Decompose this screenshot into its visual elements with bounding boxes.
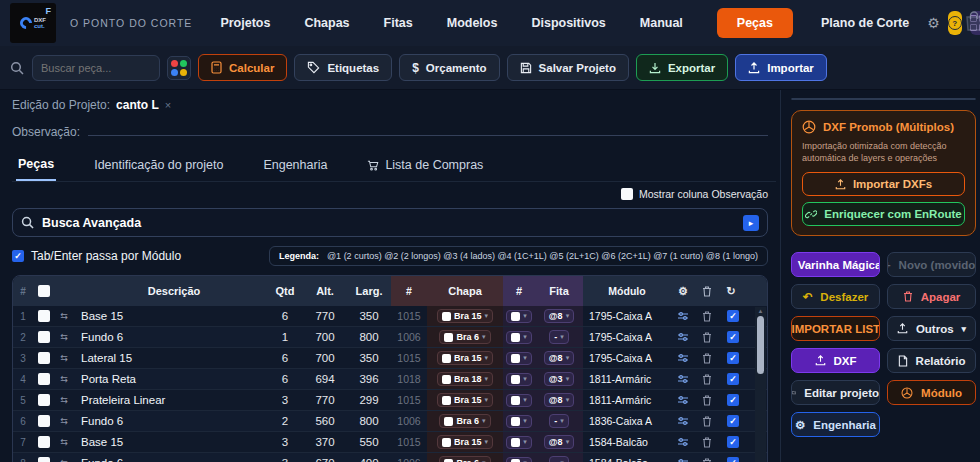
descricao-cell[interactable]: Lateral 15 xyxy=(73,348,267,368)
fita-select[interactable]: @3 ▾ xyxy=(544,372,574,386)
fita-color-select[interactable]: ▾ xyxy=(506,331,532,344)
chapa-select[interactable]: Bra 15 ▾ xyxy=(437,309,493,323)
header-qtd[interactable]: Qtd xyxy=(267,276,303,306)
fita-select[interactable]: @8 ▾ xyxy=(544,309,574,323)
edge-settings-icon[interactable] xyxy=(671,306,695,326)
row-trash-icon[interactable] xyxy=(695,306,719,326)
row-select-checkbox[interactable] xyxy=(38,436,50,448)
fita-color-select[interactable]: ▾ xyxy=(506,394,532,407)
qtd-cell[interactable]: 6 xyxy=(267,348,303,368)
table-row[interactable]: 5 ⇆ Prateleira Linear 3 770 299 1015 Bra… xyxy=(13,390,767,411)
row-select-checkbox[interactable] xyxy=(38,457,50,462)
drag-handle-icon[interactable]: ⇆ xyxy=(55,411,73,431)
fita-color-select[interactable]: ▾ xyxy=(506,373,532,386)
drag-handle-icon[interactable]: ⇆ xyxy=(55,390,73,410)
row-trash-icon[interactable] xyxy=(695,348,719,368)
drag-handle-icon[interactable]: ⇆ xyxy=(55,327,73,347)
chapa-select[interactable]: Bra 15 ▾ xyxy=(437,393,493,407)
table-row[interactable]: 2 ⇆ Fundo 6 1 700 800 1006 Bra 6 ▾ ▾ - ▾ xyxy=(13,327,767,348)
fita-select[interactable]: @8 ▾ xyxy=(544,435,574,449)
alt-cell[interactable]: 770 xyxy=(303,306,347,326)
qtd-cell[interactable]: 2 xyxy=(267,411,303,431)
table-row[interactable]: 6 ⇆ Fundo 6 2 560 800 1006 Bra 6 ▾ ▾ - ▾ xyxy=(13,411,767,432)
fita-color-select[interactable]: ▾ xyxy=(506,310,532,323)
table-scrollbar[interactable]: ▲ ▼ xyxy=(755,307,766,462)
orcamento-button[interactable]: $ Orçamento xyxy=(399,54,499,81)
edge-settings-icon[interactable] xyxy=(671,327,695,347)
modulo-cell[interactable]: 1795-Caixa A xyxy=(583,306,671,326)
fita-color-select[interactable]: ▾ xyxy=(506,457,532,462)
row-trash-icon[interactable] xyxy=(695,453,719,462)
alt-cell[interactable]: 370 xyxy=(303,432,347,452)
project-tab[interactable]: Peças xyxy=(16,153,56,181)
larg-cell[interactable]: 400 xyxy=(347,453,391,462)
header-alt[interactable]: Alt. xyxy=(303,276,347,306)
edge-settings-icon[interactable] xyxy=(671,390,695,410)
desfazer-button[interactable]: ↶ Desfazer xyxy=(791,284,880,309)
nav-chapas[interactable]: Chapas xyxy=(304,16,349,30)
header-refresh-icon[interactable]: ↻ xyxy=(719,276,743,306)
alt-cell[interactable]: 700 xyxy=(303,348,347,368)
qtd-cell[interactable]: 6 xyxy=(267,306,303,326)
select-all-checkbox[interactable] xyxy=(38,285,50,297)
larg-cell[interactable]: 800 xyxy=(347,327,391,347)
search-input[interactable] xyxy=(32,55,160,81)
chapa-select[interactable]: Bra 6 ▾ xyxy=(439,414,490,428)
fita-color-select[interactable]: ▾ xyxy=(506,415,532,428)
qtd-cell[interactable]: 6 xyxy=(267,369,303,389)
nav-projetos[interactable]: Projetos xyxy=(220,16,270,30)
row-trash-icon[interactable] xyxy=(695,432,719,452)
descricao-cell[interactable]: Base 15 xyxy=(73,306,267,326)
row-trash-icon[interactable] xyxy=(695,390,719,410)
edge-settings-icon[interactable] xyxy=(671,369,695,389)
nav-fitas[interactable]: Fitas xyxy=(384,16,413,30)
importar-button[interactable]: Importar xyxy=(735,54,827,81)
row-active-checkbox[interactable]: ✓ xyxy=(727,310,739,322)
descricao-cell[interactable]: Fundo 6 xyxy=(73,453,267,462)
importar-dxfs-button[interactable]: Importar DXFs xyxy=(802,172,965,196)
modulo-cell[interactable]: 1811-Armáric xyxy=(583,390,671,410)
row-select-checkbox[interactable] xyxy=(38,415,50,427)
row-trash-icon[interactable] xyxy=(695,327,719,347)
project-tab[interactable]: Engenharia xyxy=(261,153,329,181)
drag-handle-icon[interactable]: ⇆ xyxy=(55,369,73,389)
mostrar-observacao-checkbox[interactable] xyxy=(621,188,633,200)
header-chapa-num[interactable]: # xyxy=(391,276,427,306)
importar-lista-button[interactable]: IMPORTAR LISTA xyxy=(791,316,880,341)
fita-select[interactable]: - ▾ xyxy=(549,414,569,428)
table-row[interactable]: 1 ⇆ Base 15 6 770 350 1015 Bra 15 ▾ ▾ @8… xyxy=(13,306,767,327)
row-trash-icon[interactable] xyxy=(695,369,719,389)
engenharia-button[interactable]: ⚙ Engenharia xyxy=(791,412,880,437)
nav-plano-de-corte[interactable]: Plano de Corte xyxy=(821,16,909,30)
qtd-cell[interactable]: 3 xyxy=(267,453,303,462)
larg-cell[interactable]: 550 xyxy=(347,432,391,452)
outros-dropdown-button[interactable]: Outros ▾ xyxy=(887,316,976,341)
exportar-button[interactable]: Exportar xyxy=(636,54,728,81)
dxf-cut-logo[interactable]: DXFcut. F xyxy=(10,3,56,43)
fita-select[interactable]: @8 ▾ xyxy=(544,393,574,407)
chapa-select[interactable]: Bra 15 ▾ xyxy=(437,435,493,449)
nav-pecas-button[interactable]: Peças xyxy=(717,8,793,38)
varinha-magica-button[interactable]: Varinha Mágica xyxy=(791,252,880,277)
table-row[interactable]: 8 ⇆ Fundo 6 3 670 400 1006 Bra 6 ▾ ▾ - ▾ xyxy=(13,453,767,462)
drag-handle-icon[interactable]: ⇆ xyxy=(55,306,73,326)
descricao-cell[interactable]: Porta Reta xyxy=(73,369,267,389)
header-fita-num[interactable]: # xyxy=(503,276,535,306)
header-chapa[interactable]: Chapa xyxy=(427,276,503,306)
busca-avancada-bar[interactable]: Busca Avançada ▸ xyxy=(12,208,768,237)
row-select-checkbox[interactable] xyxy=(38,310,50,322)
alt-cell[interactable]: 670 xyxy=(303,453,347,462)
modulo-button[interactable]: Módulo xyxy=(887,380,976,405)
header-modulo[interactable]: Módulo xyxy=(583,276,671,306)
color-dots-button[interactable] xyxy=(167,56,191,80)
larg-cell[interactable]: 350 xyxy=(347,348,391,368)
alt-cell[interactable]: 694 xyxy=(303,369,347,389)
header-num[interactable]: # xyxy=(13,276,33,306)
row-active-checkbox[interactable]: ✓ xyxy=(727,331,739,343)
tab-enter-checkbox[interactable]: ✓ xyxy=(12,250,24,262)
etiquetas-button[interactable]: Etiquetas xyxy=(294,54,392,81)
row-active-checkbox[interactable]: ✓ xyxy=(727,373,739,385)
modulo-cell[interactable]: 1811-Armáric xyxy=(583,369,671,389)
row-active-checkbox[interactable]: ✓ xyxy=(727,394,739,406)
edge-settings-icon[interactable] xyxy=(671,411,695,431)
